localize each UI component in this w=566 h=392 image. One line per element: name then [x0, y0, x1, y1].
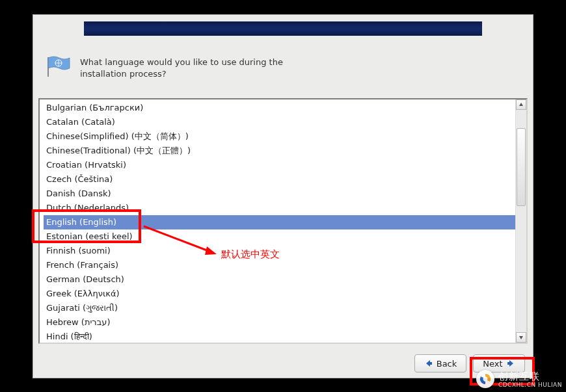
list-item[interactable]: Chinese(Traditional) (中文（正體）) [44, 144, 515, 158]
back-button[interactable]: Back [414, 354, 466, 372]
language-list[interactable]: Bulgarian (Български)Catalan (Català)Chi… [40, 99, 515, 343]
back-label: Back [437, 359, 457, 369]
prompt-row: What language would you like to use duri… [46, 54, 288, 80]
un-flag-icon [46, 54, 72, 80]
list-item[interactable]: Finnish (suomi) [44, 244, 515, 258]
header-banner [84, 21, 482, 36]
language-list-frame: Bulgarian (Български)Catalan (Català)Chi… [38, 98, 528, 344]
list-item[interactable]: Greek (Ελληνικά) [44, 287, 515, 301]
scroll-down-button[interactable] [516, 332, 526, 343]
list-item[interactable]: Croatian (Hrvatski) [44, 158, 515, 172]
list-item[interactable]: French (Français) [44, 258, 515, 272]
scrollbar[interactable] [515, 99, 526, 343]
prompt-label: What language would you like to use duri… [80, 57, 283, 79]
scroll-track[interactable] [516, 110, 526, 332]
installer-window: What language would you like to use duri… [33, 14, 533, 378]
prompt-text: What language would you like to use duri… [80, 54, 288, 79]
scroll-thumb[interactable] [517, 128, 526, 206]
list-item[interactable]: Danish (Dansk) [44, 187, 515, 201]
next-label: Next [483, 359, 502, 369]
arrow-left-icon [424, 359, 433, 368]
next-button[interactable]: Next [473, 354, 525, 372]
list-item[interactable]: German (Deutsch) [44, 272, 515, 287]
scroll-up-button[interactable] [516, 99, 526, 110]
list-item[interactable]: Hindi (हिन्दी) [44, 330, 515, 343]
list-item[interactable]: Catalan (Català) [44, 115, 515, 129]
list-item[interactable]: Bulgarian (Български) [44, 101, 515, 115]
list-item[interactable]: Chinese(Simplified) (中文（简体）) [44, 129, 515, 144]
arrow-right-icon [506, 359, 515, 368]
list-item[interactable]: Gujarati (ગુજરાતી) [44, 301, 515, 315]
list-item[interactable]: English (English) [44, 215, 515, 229]
list-item[interactable]: Czech (Čeština) [44, 172, 515, 187]
list-item[interactable]: Estonian (eesti keel) [44, 229, 515, 244]
button-row: Back Next [414, 354, 525, 372]
list-item[interactable]: Hebrew (עברית) [44, 315, 515, 330]
list-item[interactable]: Dutch (Nederlands) [44, 201, 515, 215]
watermark-sub: CDCXHL.CN HULIAN [498, 382, 562, 388]
